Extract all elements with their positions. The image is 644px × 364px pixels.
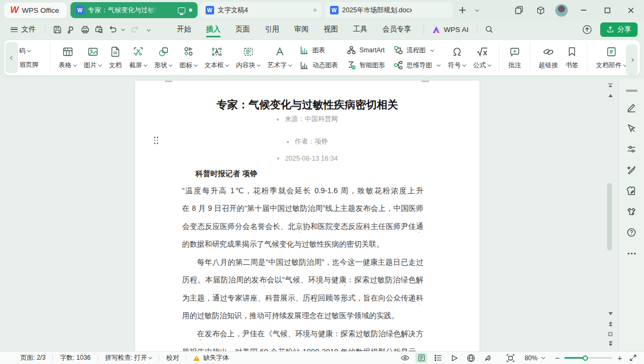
select-browse-object-button[interactable] (606, 330, 615, 338)
share-button[interactable]: 分享 (600, 22, 638, 37)
file-menu-button[interactable]: 文件 (6, 25, 40, 34)
outline-view-button[interactable] (432, 353, 444, 363)
page-view-button[interactable] (415, 353, 427, 363)
zoom-in-button[interactable]: + (617, 353, 622, 362)
textbox-button[interactable]: 文本框 (201, 45, 232, 70)
new-tab-button[interactable] (455, 3, 469, 17)
redo-button[interactable] (128, 23, 142, 36)
fullscreen-button[interactable] (627, 353, 639, 363)
icons-button[interactable]: 图标 (176, 45, 201, 70)
insert-document-button[interactable]: 文档 (105, 45, 125, 70)
play-slideshow-button[interactable] (449, 353, 460, 363)
tab-reference[interactable]: 引用 (257, 20, 287, 38)
document-tab-3[interactable]: W 2025年市场部规划.docx (325, 2, 453, 18)
zoom-dropdown-chevron[interactable] (541, 355, 545, 359)
preview-eye-icon[interactable] (399, 353, 411, 363)
comment-button[interactable]: 批注 (505, 45, 525, 70)
content-block-button[interactable]: 内容块 (232, 45, 264, 70)
body-line[interactable]: 在发布会上，尹佳在《气候、环境与健康：探索过敏防治绿色解决方案》主 (182, 329, 423, 340)
select-cursor-icon[interactable] (623, 120, 640, 137)
panel-drag-handle[interactable] (626, 90, 638, 92)
help-icon[interactable] (623, 224, 640, 241)
insert-table-button[interactable]: 表格 (55, 45, 80, 70)
ribbon-collapse-button[interactable] (5, 42, 18, 73)
next-page-button[interactable] (606, 340, 615, 347)
word-count[interactable]: 字数: 1036 (60, 353, 90, 362)
scrollbar-thumb[interactable] (607, 183, 612, 250)
ribbon-expand-button[interactable] (626, 44, 638, 75)
vertical-scrollbar[interactable] (604, 79, 616, 351)
document-tab-2[interactable]: W 文字文稿4 (200, 2, 322, 18)
screen-share-icon[interactable] (178, 7, 185, 13)
spellcheck-toggle[interactable]: 拼写检查: 打开 (105, 353, 152, 362)
maximize-button[interactable] (599, 3, 615, 18)
document-tab-active[interactable]: W 专家：气候变化与过敏性疾病 (70, 2, 198, 18)
body-line[interactable]: 在 8 月 9 日召开的“第十届中国过敏防治周”线上主题发布会上，中国医师协 (182, 204, 423, 215)
tab-page[interactable]: 页面 (228, 20, 257, 38)
article-source[interactable]: 来源：中国科普网 (167, 115, 447, 124)
web-layout-button[interactable] (465, 353, 477, 363)
body-line[interactable]: 每年八月的第二周是“中国过敏防治周”，迄今这一健康主题日已走过十年 (182, 258, 423, 268)
proofread-button[interactable]: 校对 (166, 353, 179, 362)
hyperlink-button[interactable]: 超链接 (535, 45, 562, 70)
article-author[interactable]: 作者：项铮 (167, 137, 447, 146)
eye-protection-icon[interactable] (623, 183, 640, 200)
body-line[interactable]: “温度每升高 1℃，花粉季就会延长 0.9-1.6 周，致敏花粉浓度上升 18%… (182, 186, 423, 197)
document-page[interactable]: 专家：气候变化与过敏性疾病密切相关 来源：中国科普网 作者：项铮 2025-08… (135, 81, 480, 351)
export-pdf-button[interactable] (64, 23, 78, 36)
page-indicator[interactable]: 页面: 2/3 (20, 353, 45, 362)
scroll-down-arrow[interactable] (606, 310, 615, 317)
magic-wand-icon[interactable] (623, 162, 640, 179)
article-byline[interactable]: 科普时报记者 项铮 (195, 169, 257, 179)
formula-button[interactable]: 公式 (469, 45, 494, 70)
print-button[interactable] (78, 23, 92, 36)
wps-ai-button[interactable]: WPS AI (429, 26, 472, 34)
flowchart-button[interactable]: 流程图 (394, 45, 440, 55)
symbol-button[interactable]: 符号 (444, 45, 469, 70)
zoom-out-button[interactable]: − (555, 353, 560, 362)
tab-view[interactable]: 视图 (316, 20, 345, 38)
scroll-top-icon[interactable] (606, 82, 615, 90)
ink-pen-button[interactable] (482, 353, 493, 363)
block-drag-handle[interactable] (153, 136, 159, 145)
body-line[interactable]: 的数据和研究成果揭示了气候变化与过敏性疾病的密切关联。 (182, 240, 423, 250)
dynamic-chart-button[interactable]: 智能图形 动态图表 (300, 60, 338, 70)
tab-review[interactable]: 审阅 (287, 20, 316, 38)
window-manager-icon[interactable] (512, 3, 526, 17)
wordart-button[interactable]: 艺术字 (264, 45, 295, 70)
page-number-header-footer-group[interactable]: 码 眉页脚 (19, 46, 45, 69)
scroll-up-arrow[interactable] (606, 92, 615, 99)
insert-chart-button[interactable]: 图表 (300, 45, 338, 55)
user-avatar[interactable] (555, 4, 568, 17)
search-icon[interactable] (482, 23, 496, 36)
more-options-icon[interactable] (623, 245, 640, 262)
body-line[interactable]: 为主题，通过专家讲座、科普展示、历程回顾等形式，旨在向公众传递科学、实 (182, 294, 423, 304)
screenshot-button[interactable]: 截屏 (125, 45, 151, 70)
quick-access-chevron[interactable] (142, 23, 155, 36)
save-button[interactable] (50, 23, 64, 36)
body-line[interactable]: 历程。本届防治周的发布会以“气候、环境与健康：探索过敏防治绿色解决方案” (182, 275, 423, 286)
body-line[interactable]: 会变态反应医师分会名誉会长、北京协和医院变态反应科主任医师尹佳通过翔实 (182, 222, 423, 233)
tab-home[interactable]: 开始 (169, 20, 199, 38)
insert-picture-button[interactable]: 图片 (80, 45, 105, 70)
zoom-percent[interactable]: 80% (524, 354, 537, 362)
smartart-button[interactable]: SmartArt (347, 45, 385, 55)
properties-adjust-icon[interactable] (623, 141, 640, 158)
undo-button[interactable] (106, 23, 120, 36)
missing-font-warning[interactable]: 缺失字体 (193, 353, 229, 362)
tab-list-chevron[interactable] (469, 3, 483, 17)
body-line[interactable]: 用的过敏防治知识，推动可持续发展理念在过敏医学领域的实践。 (182, 311, 423, 322)
bookmark-button[interactable]: 书签 (562, 45, 582, 70)
article-datetime[interactable]: 2025-08-13 16:34 (167, 155, 447, 162)
minimize-button[interactable] (576, 3, 592, 18)
close-button[interactable] (623, 3, 639, 18)
zoom-slider[interactable] (564, 357, 612, 359)
fit-page-button[interactable] (505, 353, 516, 363)
wps-home-button[interactable]: W WPS Office (4, 3, 67, 18)
zoom-slider-knob[interactable] (583, 355, 588, 361)
mindmap-button[interactable]: 思维导图 (394, 60, 440, 70)
article-title[interactable]: 专家：气候变化与过敏性疾病密切相关 (167, 98, 447, 112)
doc-parts-button[interactable]: 文档部件 (592, 45, 630, 70)
undo-dropdown-chevron[interactable] (121, 27, 125, 30)
unsaved-dot[interactable] (189, 9, 192, 12)
